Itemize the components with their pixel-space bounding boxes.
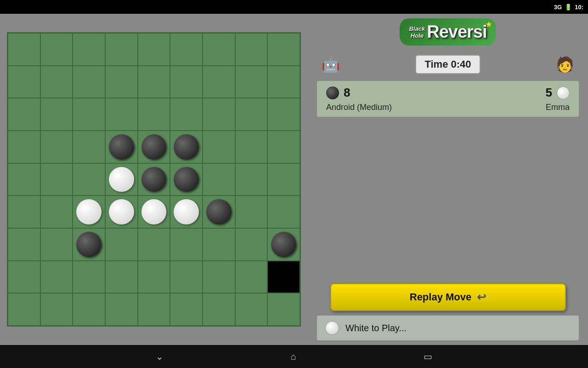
cell-5-8[interactable] [267, 196, 300, 228]
home-nav-icon[interactable]: ⌂ [291, 351, 296, 362]
cell-6-1[interactable] [40, 228, 73, 261]
black-player-name: Android (Medium) [326, 103, 392, 112]
cell-8-4[interactable] [138, 293, 170, 326]
cell-1-8[interactable] [267, 66, 300, 98]
piece-black-3-5 [174, 134, 199, 160]
cell-8-2[interactable] [73, 293, 105, 326]
cell-1-0[interactable] [8, 66, 40, 98]
cell-3-1[interactable] [40, 131, 73, 163]
cell-2-6[interactable] [203, 98, 235, 131]
cell-7-1[interactable] [40, 261, 73, 293]
recent-nav-icon[interactable]: ▭ [424, 351, 432, 362]
cell-7-2[interactable] [73, 261, 105, 293]
cell-4-8[interactable] [267, 163, 300, 196]
cell-3-0[interactable] [8, 131, 40, 163]
cell-7-5[interactable] [170, 261, 203, 293]
cell-2-7[interactable] [235, 98, 268, 131]
cell-0-5[interactable] [170, 33, 203, 66]
cell-7-7[interactable] [235, 261, 268, 293]
cell-1-7[interactable] [235, 66, 268, 98]
cell-5-6[interactable] [203, 196, 235, 228]
cell-7-6[interactable] [203, 261, 235, 293]
piece-white-5-4 [141, 199, 167, 224]
cell-4-6[interactable] [203, 163, 235, 196]
cell-4-7[interactable] [235, 163, 268, 196]
cell-0-1[interactable] [40, 33, 73, 66]
cell-4-2[interactable] [73, 163, 105, 196]
cell-3-3[interactable] [105, 131, 138, 163]
cell-1-5[interactable] [170, 66, 203, 98]
cell-6-2[interactable] [73, 228, 105, 261]
logo-container: BlackHole Reversi ★ [317, 18, 579, 46]
cell-5-4[interactable] [138, 196, 170, 228]
cell-2-0[interactable] [8, 98, 40, 131]
cell-8-0[interactable] [8, 293, 40, 326]
cell-8-1[interactable] [40, 293, 73, 326]
cell-2-2[interactable] [73, 98, 105, 131]
cell-6-6[interactable] [203, 228, 235, 261]
cell-5-3[interactable] [105, 196, 138, 228]
piece-black-5-6 [206, 199, 232, 224]
cell-5-7[interactable] [235, 196, 268, 228]
cell-8-5[interactable] [170, 293, 203, 326]
cell-0-7[interactable] [235, 33, 268, 66]
cell-0-0[interactable] [8, 33, 40, 66]
cell-8-6[interactable] [203, 293, 235, 326]
cell-6-3[interactable] [105, 228, 138, 261]
cell-7-3[interactable] [105, 261, 138, 293]
cell-8-3[interactable] [105, 293, 138, 326]
cell-6-0[interactable] [8, 228, 40, 261]
cell-4-0[interactable] [8, 163, 40, 196]
board-container [7, 32, 301, 327]
cell-0-6[interactable] [203, 33, 235, 66]
cell-5-1[interactable] [40, 196, 73, 228]
cell-1-4[interactable] [138, 66, 170, 98]
cell-2-8[interactable] [267, 98, 300, 131]
cell-3-8[interactable] [267, 131, 300, 163]
cell-5-2[interactable] [73, 196, 105, 228]
cell-4-3[interactable] [105, 163, 138, 196]
cell-5-0[interactable] [8, 196, 40, 228]
cell-1-6[interactable] [203, 66, 235, 98]
cell-6-8[interactable] [267, 228, 300, 261]
cell-6-4[interactable] [138, 228, 170, 261]
cell-6-7[interactable] [235, 228, 268, 261]
cell-2-1[interactable] [40, 98, 73, 131]
status-bar: 3G 🔋 10: [0, 0, 588, 14]
cell-0-3[interactable] [105, 33, 138, 66]
cell-3-7[interactable] [235, 131, 268, 163]
cell-2-5[interactable] [170, 98, 203, 131]
cell-5-5[interactable] [170, 196, 203, 228]
back-nav-icon[interactable]: ⌄ [156, 351, 164, 362]
black-score: 8 [344, 86, 350, 100]
cell-0-2[interactable] [73, 33, 105, 66]
cell-1-3[interactable] [105, 66, 138, 98]
cell-8-8[interactable] [267, 293, 300, 326]
timer-display: Time 0:40 [415, 55, 480, 74]
cell-4-1[interactable] [40, 163, 73, 196]
piece-white-5-2 [76, 199, 102, 224]
cell-6-5[interactable] [170, 228, 203, 261]
cell-7-0[interactable] [8, 261, 40, 293]
cell-4-4[interactable] [138, 163, 170, 196]
piece-black-6-2 [76, 232, 102, 257]
cell-0-4[interactable] [138, 33, 170, 66]
cell-1-1[interactable] [40, 66, 73, 98]
player-names-row: Android (Medium) Emma [326, 103, 570, 112]
cell-3-5[interactable] [170, 131, 203, 163]
cell-1-2[interactable] [73, 66, 105, 98]
replay-arrow-icon: ↩ [477, 291, 486, 304]
cell-2-4[interactable] [138, 98, 170, 131]
cell-8-7[interactable] [235, 293, 268, 326]
cell-3-4[interactable] [138, 131, 170, 163]
cell-2-3[interactable] [105, 98, 138, 131]
replay-move-button[interactable]: Replay Move ↩ [330, 283, 566, 311]
cell-0-8[interactable] [267, 33, 300, 66]
game-board[interactable] [7, 32, 301, 327]
cell-7-8[interactable] [267, 261, 300, 293]
board-section [0, 14, 308, 345]
cell-7-4[interactable] [138, 261, 170, 293]
cell-3-2[interactable] [73, 131, 105, 163]
cell-4-5[interactable] [170, 163, 203, 196]
cell-3-6[interactable] [203, 131, 235, 163]
